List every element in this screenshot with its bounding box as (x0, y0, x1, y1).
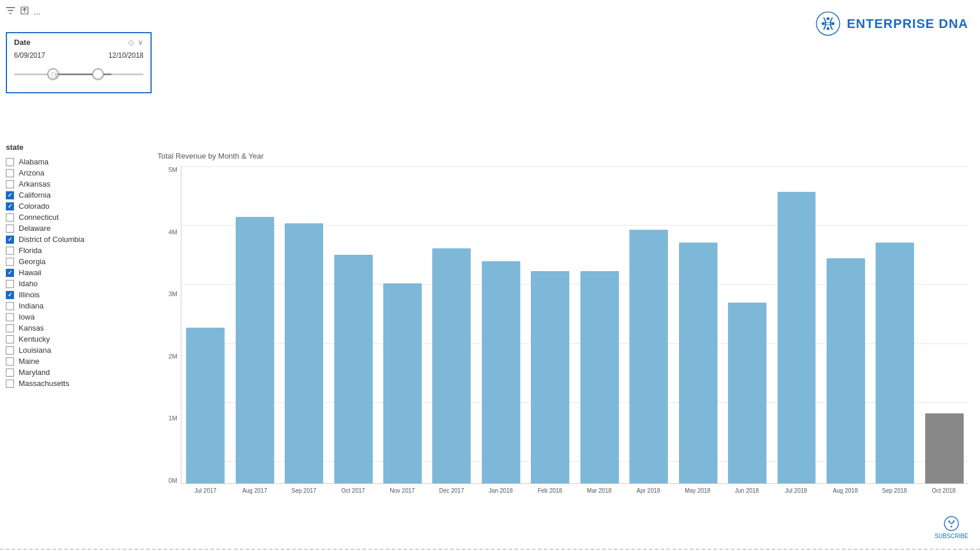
state-item[interactable]: Massachusetts (6, 378, 134, 389)
x-axis-label: Aug 2017 (230, 484, 279, 501)
bar-column[interactable] (625, 166, 673, 483)
state-item[interactable]: Kansas (6, 322, 134, 334)
bar-column[interactable] (379, 166, 426, 483)
state-label: Maine (19, 357, 39, 366)
state-item[interactable]: Hawaii (6, 267, 134, 278)
state-item[interactable]: District of Columbia (6, 234, 134, 245)
svg-point-1 (816, 12, 839, 36)
state-checkbox[interactable] (6, 380, 14, 388)
state-checkbox[interactable] (6, 324, 14, 332)
bar-column[interactable] (526, 166, 574, 483)
bar (580, 271, 619, 483)
state-label: California (19, 191, 51, 199)
state-checkbox[interactable] (6, 313, 14, 321)
x-axis-label: Oct 2017 (328, 484, 377, 501)
state-checkbox[interactable] (6, 247, 14, 255)
x-axis-label: Dec 2017 (427, 484, 476, 501)
state-item[interactable]: Arkansas (6, 178, 134, 189)
slider-thumb-right[interactable] (92, 68, 104, 80)
bar-column[interactable] (230, 166, 278, 483)
bar-column[interactable] (428, 166, 475, 483)
bar (531, 271, 569, 483)
more-icon[interactable]: ... (34, 7, 41, 16)
state-item[interactable]: Colorado (6, 201, 134, 212)
state-checkbox[interactable] (6, 158, 14, 166)
bar-column[interactable] (280, 166, 328, 483)
state-label: Delaware (19, 224, 51, 233)
bar-column[interactable] (477, 166, 525, 483)
state-checkbox[interactable] (6, 169, 14, 177)
state-item[interactable]: Indiana (6, 300, 134, 311)
state-checkbox[interactable] (6, 180, 14, 188)
svg-point-9 (951, 526, 953, 528)
bar (186, 328, 225, 483)
end-date: 12/10/2018 (108, 51, 144, 59)
state-item[interactable]: Maryland (6, 367, 134, 378)
date-slicer-header: Date ◇ ∨ (14, 38, 144, 47)
state-checkbox[interactable] (6, 213, 14, 222)
state-checkbox[interactable] (6, 191, 14, 199)
filter-icon[interactable] (6, 6, 15, 17)
state-checkbox[interactable] (6, 280, 14, 288)
start-date: 6/09/2017 (14, 51, 45, 59)
state-filter-title: state (6, 143, 134, 152)
state-checkbox[interactable] (6, 335, 14, 343)
state-item[interactable]: Georgia (6, 256, 134, 267)
export-icon[interactable] (20, 6, 29, 17)
state-checkbox[interactable] (6, 291, 14, 299)
state-checkbox[interactable] (6, 224, 14, 233)
chart-wrapper: 5M4M3M2M1M0M Jul 2017Aug 2017Sep 2017Oct… (158, 166, 968, 501)
state-item[interactable]: Arizona (6, 167, 134, 178)
bar-column[interactable] (921, 166, 968, 483)
bar (432, 248, 471, 483)
state-item[interactable]: Illinois (6, 289, 134, 300)
expand-icon[interactable]: ∨ (138, 38, 144, 47)
bar-column[interactable] (822, 166, 870, 483)
reset-icon[interactable]: ◇ (128, 38, 134, 47)
state-item[interactable]: Delaware (6, 223, 134, 234)
state-item[interactable]: Maine (6, 356, 134, 367)
bar-column[interactable] (181, 166, 229, 483)
state-checkbox[interactable] (6, 269, 14, 277)
svg-point-3 (827, 27, 830, 30)
date-slider[interactable]: ☞ (14, 65, 144, 83)
state-item[interactable]: Connecticut (6, 212, 134, 223)
state-item[interactable]: Idaho (6, 278, 134, 289)
bar-column[interactable] (723, 166, 771, 483)
slider-thumb-left[interactable] (47, 68, 59, 80)
x-axis-label: Jul 2018 (772, 484, 821, 501)
bar-column[interactable] (576, 166, 624, 483)
state-checkbox[interactable] (6, 236, 14, 244)
state-checkbox[interactable] (6, 368, 14, 377)
state-item[interactable]: Iowa (6, 311, 134, 322)
date-slicer-controls: ◇ ∨ (128, 38, 144, 47)
bar-column[interactable] (772, 166, 820, 483)
x-axis-label: Mar 2018 (575, 484, 624, 501)
state-label: Kansas (19, 324, 44, 332)
state-label: Louisiana (19, 346, 51, 355)
state-item[interactable]: Florida (6, 245, 134, 256)
slider-track (14, 73, 144, 75)
bar-column[interactable] (674, 166, 722, 483)
state-checkbox[interactable] (6, 202, 14, 210)
bar-column[interactable] (871, 166, 919, 483)
state-checkbox[interactable] (6, 346, 14, 355)
state-label: Arkansas (19, 180, 50, 188)
bar (482, 261, 520, 483)
state-label: Georgia (19, 257, 46, 266)
state-checkbox[interactable] (6, 258, 14, 266)
subscribe-button[interactable]: SUBSCRIBE (935, 515, 968, 539)
y-axis: 5M4M3M2M1M0M (158, 166, 181, 484)
state-item[interactable]: Alabama (6, 156, 134, 167)
bar-column[interactable] (329, 166, 377, 483)
y-axis-label: 3M (169, 290, 177, 297)
state-item[interactable]: California (6, 189, 134, 201)
state-item[interactable]: Kentucky (6, 334, 134, 345)
state-checkbox[interactable] (6, 302, 14, 310)
bar (778, 192, 816, 483)
state-label: Idaho (19, 279, 38, 288)
state-checkbox[interactable] (6, 357, 14, 366)
subscribe-label: SUBSCRIBE (935, 533, 968, 539)
state-item[interactable]: Louisiana (6, 345, 134, 356)
state-label: Illinois (19, 290, 40, 299)
